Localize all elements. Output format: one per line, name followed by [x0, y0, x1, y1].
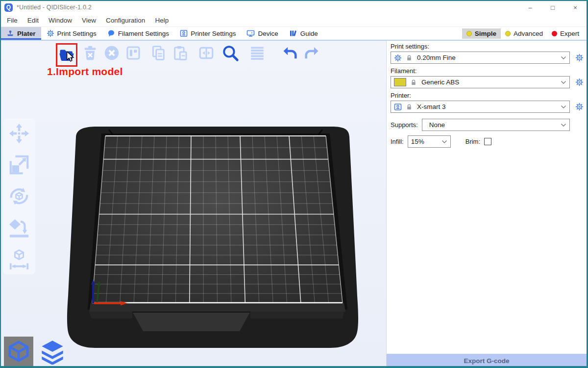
printer-icon	[394, 103, 402, 111]
menu-file[interactable]: File	[2, 17, 23, 24]
supports-dropdown[interactable]: None	[422, 119, 570, 131]
print-settings-gear-button[interactable]	[575, 53, 584, 62]
scale-tool-button[interactable]	[7, 153, 31, 177]
mode-expert[interactable]: Expert	[547, 28, 584, 39]
search-button[interactable]	[221, 43, 239, 63]
rotate-icon	[8, 185, 30, 208]
app-icon: Q	[4, 3, 13, 12]
chevron-down-icon	[561, 103, 566, 110]
editor-view-button[interactable]	[4, 337, 33, 366]
brim-label: Brim:	[466, 138, 480, 145]
delete-all-button[interactable]	[103, 43, 121, 63]
mode-simple[interactable]: Simple	[462, 28, 501, 39]
split-icon	[198, 45, 215, 61]
measure-tool-button[interactable]	[7, 247, 31, 271]
delete-button[interactable]	[81, 43, 99, 63]
undo-icon	[282, 45, 298, 61]
view-toggles	[4, 337, 67, 366]
printer-value: X-smart 3	[417, 103, 446, 110]
printer-dropdown[interactable]: X-smart 3	[391, 101, 570, 113]
menu-bar: File Edit Window View Configuration Help	[1, 14, 587, 26]
preview-view-button[interactable]	[38, 338, 67, 366]
printer-icon	[180, 29, 188, 37]
move-icon	[8, 122, 30, 145]
tab-device[interactable]: Device	[241, 27, 283, 40]
print-settings-row: 0.20mm Fine	[391, 52, 584, 64]
maximize-button[interactable]: □	[541, 1, 564, 14]
plate-handle-notch	[132, 312, 250, 331]
tab-plater[interactable]: Plater	[1, 27, 41, 40]
delete-all-icon	[103, 45, 120, 61]
menu-configuration[interactable]: Configuration	[101, 17, 150, 24]
mouse-cursor-icon	[66, 52, 75, 62]
cube-3d-view-icon	[7, 340, 30, 363]
mode-switcher: Simple Advanced Expert	[462, 27, 587, 40]
place-on-face-tool-button[interactable]	[7, 215, 31, 240]
chevron-down-icon	[561, 54, 566, 61]
lock-icon	[406, 104, 413, 110]
menu-view[interactable]: View	[77, 17, 101, 24]
export-gcode-button[interactable]: Export G-code	[387, 354, 587, 368]
printer-label: Printer:	[391, 92, 587, 99]
scale-icon	[8, 154, 30, 176]
tab-printer-settings[interactable]: Printer Settings	[174, 27, 241, 40]
redo-button[interactable]	[303, 43, 320, 63]
print-settings-label: Print settings:	[391, 43, 587, 50]
mode-expert-label: Expert	[560, 30, 579, 37]
app-window: Q *Untitled - QIDISlicer-1.0.2 – □ × Fil…	[0, 0, 588, 368]
mode-simple-label: Simple	[475, 30, 496, 37]
move-tool-button[interactable]	[7, 121, 31, 146]
plater-icon	[6, 29, 14, 37]
lock-icon	[406, 54, 413, 61]
tab-print-settings[interactable]: Print Settings	[41, 27, 102, 40]
window-controls: – □ ×	[519, 1, 587, 14]
supports-row: Supports: None	[391, 119, 584, 131]
tab-device-label: Device	[258, 30, 278, 37]
import-highlight-box	[56, 43, 77, 67]
simple-mode-icon	[466, 31, 472, 36]
viewport-toolbar	[56, 43, 320, 67]
print-settings-dropdown[interactable]: 0.20mm Fine	[391, 52, 570, 64]
printer-row: X-smart 3	[391, 101, 584, 113]
filament-dropdown[interactable]: Generic ABS	[391, 76, 570, 88]
filament-icon	[107, 29, 115, 37]
rotate-tool-button[interactable]	[7, 184, 31, 209]
tab-guide[interactable]: Guide	[284, 27, 323, 40]
viewport-3d[interactable]: 1.Import model	[1, 41, 386, 368]
paste-button[interactable]	[172, 43, 189, 63]
supports-label: Supports:	[391, 121, 418, 129]
expert-mode-icon	[552, 31, 557, 36]
copy-button[interactable]	[149, 43, 167, 63]
infill-dropdown[interactable]: 15%	[408, 135, 451, 148]
layers-list-icon	[249, 45, 266, 61]
tab-filament-settings[interactable]: Filament Settings	[102, 27, 174, 40]
menu-window[interactable]: Window	[44, 17, 77, 24]
split-button[interactable]	[197, 43, 215, 63]
guide-books-icon	[289, 29, 297, 37]
chevron-down-icon	[441, 138, 447, 145]
layers-list-button[interactable]	[248, 43, 266, 63]
tab-printer-settings-label: Printer Settings	[191, 30, 236, 37]
gear-icon	[47, 29, 54, 37]
chevron-down-icon	[561, 79, 566, 86]
filament-gear-button[interactable]	[575, 78, 584, 86]
mode-advanced[interactable]: Advanced	[501, 28, 547, 39]
redo-icon	[303, 45, 320, 61]
tab-filament-settings-label: Filament Settings	[118, 30, 169, 37]
menu-help[interactable]: Help	[150, 17, 173, 24]
close-button[interactable]: ×	[564, 1, 587, 14]
filament-value: Generic ABS	[421, 79, 459, 86]
minimize-button[interactable]: –	[519, 1, 541, 14]
menu-edit[interactable]: Edit	[23, 17, 44, 24]
brim-checkbox[interactable]	[484, 138, 491, 145]
measure-icon	[8, 248, 30, 270]
search-icon	[221, 44, 239, 62]
undo-button[interactable]	[281, 43, 299, 63]
mode-advanced-label: Advanced	[514, 30, 543, 37]
infill-value: 15%	[411, 138, 424, 145]
printer-gear-button[interactable]	[575, 103, 584, 111]
tab-print-settings-label: Print Settings	[57, 30, 97, 37]
settings-panel: Print settings: 0.20mm Fine Filament:	[386, 41, 587, 368]
arrange-button[interactable]	[124, 43, 142, 63]
content-area: 1.Import model	[1, 41, 587, 368]
